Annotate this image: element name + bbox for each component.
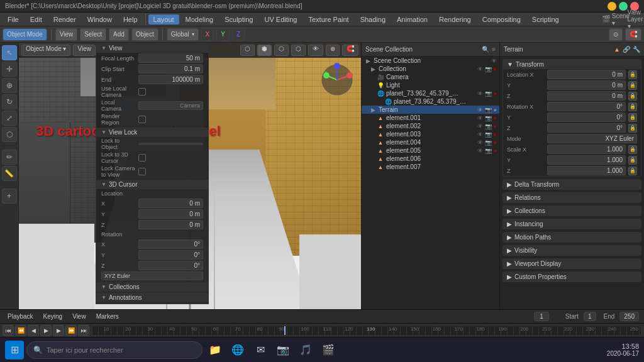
motion-paths-header[interactable]: ▶ Motion Paths (503, 233, 641, 242)
tl-next-keyframe[interactable]: ▶ (53, 325, 64, 336)
scene-select[interactable]: Scene ▾ (614, 13, 627, 26)
viewport-display-header[interactable]: ▶ Viewport Display (503, 259, 641, 268)
loc-y-value[interactable]: 0 m (547, 80, 626, 90)
view-lock-header[interactable]: View Lock (96, 128, 208, 137)
loc-x-lock[interactable]: 🔒 (628, 70, 637, 79)
eye-icon-2[interactable]: 👁 (477, 66, 483, 72)
camera-icon-p1[interactable]: 📷 (485, 90, 492, 97)
render-icon-p1[interactable]: ● (494, 90, 497, 97)
scale-z-lock[interactable]: 🔒 (628, 167, 637, 175)
menu-help[interactable]: Help (118, 14, 143, 25)
toolbar-view[interactable]: View (55, 28, 78, 41)
outliner-filter-icon[interactable]: ≡ (492, 46, 496, 53)
rot-x-value[interactable]: 0° (547, 102, 626, 111)
outliner-item-planet2[interactable]: 🌐 planet_73.962_45.379_2be082ea.osm (362, 97, 499, 106)
lock-cursor-checkbox[interactable] (138, 154, 146, 162)
tl-next-frame[interactable]: ⏩ (65, 325, 77, 336)
outliner-item-e003[interactable]: ▲ element.003 👁 📷 ● (362, 130, 499, 138)
transform-global[interactable]: Global ▾ (167, 28, 199, 41)
outliner-item-e001[interactable]: ▲ element.001 👁 📷 ● (362, 114, 499, 122)
outliner-item-e004[interactable]: ▲ element.004 👁 📷 ● (362, 138, 499, 146)
outliner-item-e002[interactable]: ▲ element.002 👁 📷 ● (362, 122, 499, 130)
proportional-editing[interactable]: ⊙ (609, 28, 623, 41)
tool-select[interactable]: ↖ (2, 45, 17, 60)
vp-gizmo[interactable]: ⊕ (326, 45, 340, 56)
vis-e1[interactable]: 👁 (477, 115, 483, 121)
taskbar-app-4[interactable]: 📷 (273, 340, 293, 360)
taskbar-app-6[interactable]: 🎬 (318, 340, 338, 360)
outliner-item-e006[interactable]: ▲ element.006 (362, 155, 499, 163)
props-icon-constraint[interactable]: 🔗 (623, 46, 630, 53)
vis-e2[interactable]: 👁 (477, 123, 483, 129)
scale-y-value[interactable]: 1.000 (547, 155, 626, 165)
scale-x-value[interactable]: 1.000 (547, 145, 626, 154)
rot-z-lock[interactable]: 🔒 (628, 124, 637, 133)
tab-texture-paint[interactable]: Texture Paint (303, 14, 353, 25)
cam-e5[interactable]: 📷 (485, 148, 492, 154)
tool-move[interactable]: ⊕ (2, 78, 17, 93)
annotations-header[interactable]: Annotations (96, 293, 208, 302)
maximize-button[interactable] (619, 2, 628, 11)
transform-x[interactable]: X (201, 28, 214, 41)
loc-y-lock[interactable]: 🔒 (628, 81, 637, 90)
props-icon-object[interactable]: ▲ (614, 46, 620, 53)
tab-shading[interactable]: Shading (355, 14, 391, 25)
camera-icon-terrain[interactable]: 📷 (485, 107, 492, 113)
delta-header[interactable]: ▶ Delta Transform (503, 180, 641, 189)
cursor-section-header[interactable]: 3D Cursor (96, 180, 208, 189)
transform-z[interactable]: Z (232, 28, 245, 41)
taskbar-app-2[interactable]: 🌐 (228, 340, 248, 360)
viewport-3d[interactable]: Object Mode ▾ View Select Add Object ⬡ ⬢… (19, 43, 361, 309)
vp-view[interactable]: View (73, 45, 96, 56)
tl-menu-playback[interactable]: Playback (5, 313, 36, 320)
vp-shading-solid[interactable]: ⬢ (257, 45, 272, 56)
outliner-item-terrain[interactable]: ▶ Terrain 👁 📷 ● (362, 106, 499, 114)
outliner-item-e007[interactable]: ▲ element.007 (362, 163, 499, 171)
ren-e4[interactable]: ● (494, 140, 497, 146)
tool-cursor[interactable]: ✛ (2, 62, 17, 77)
tool-annotate[interactable]: ✏ (2, 150, 17, 165)
ren-e1[interactable]: ● (494, 115, 497, 121)
tl-play[interactable]: ▶ (40, 325, 52, 336)
vis-e3[interactable]: 👁 (477, 131, 483, 138)
tab-modeling[interactable]: Modeling (180, 14, 219, 25)
tool-transform[interactable]: ⬡ (2, 127, 17, 142)
menu-render[interactable]: Render (48, 14, 81, 25)
taskbar-app-5[interactable]: 🎵 (296, 340, 316, 360)
start-button[interactable]: ⊞ (5, 341, 24, 359)
collections-header[interactable]: Collections (96, 282, 208, 292)
render-icon-2[interactable]: ● (494, 66, 497, 72)
vp-object-mode[interactable]: Object Mode ▾ (21, 45, 70, 56)
eye-icon[interactable]: 👁 (491, 58, 497, 64)
outliner-item-e005[interactable]: ▲ element.005 👁 📷 ● (362, 146, 499, 155)
ren-e2[interactable]: ● (494, 123, 497, 129)
rot-y-lock[interactable]: 🔒 (628, 113, 637, 122)
scale-z-value[interactable]: 1.000 (547, 166, 626, 175)
tab-compositing[interactable]: Compositing (477, 14, 526, 25)
tool-rotate[interactable]: ↻ (2, 94, 17, 109)
loc-x-value[interactable]: 0 m (547, 70, 626, 79)
outliner-item-light[interactable]: 💡 Light (362, 81, 499, 89)
scale-y-lock[interactable]: 🔒 (628, 156, 637, 165)
object-mode-select[interactable]: Object Mode (3, 28, 47, 41)
cam-e1[interactable]: 📷 (485, 115, 492, 121)
collections-prop-header[interactable]: ▶ Collections (503, 206, 641, 216)
rot-x-lock[interactable]: 🔒 (628, 102, 637, 111)
tab-uv-editing[interactable]: UV Editing (259, 14, 302, 25)
menu-edit[interactable]: Edit (25, 14, 47, 25)
outliner-item-collection[interactable]: ▶ Collection 👁 📷 ● (362, 65, 499, 73)
transform-header[interactable]: ▼ Transform (503, 60, 641, 69)
viewport-gizmo[interactable]: X Y Z (320, 63, 355, 97)
menu-window[interactable]: Window (82, 14, 117, 25)
instancing-header[interactable]: ▶ Instancing (503, 219, 641, 229)
scale-x-lock[interactable]: 🔒 (628, 145, 637, 154)
eye-icon-terrain[interactable]: 👁 (477, 107, 483, 113)
render-region-checkbox[interactable] (138, 116, 146, 123)
rot-z-value[interactable]: 0° (547, 123, 626, 133)
props-icon-modifier[interactable]: 🔧 (633, 46, 640, 53)
custom-props-header[interactable]: ▶ Custom Properties (503, 272, 641, 282)
taskbar-search[interactable]: 🔍 Taper ici pour rechercher (26, 341, 203, 359)
tab-scripting[interactable]: Scripting (527, 14, 564, 25)
visibility-header[interactable]: ▶ Visibility (503, 246, 641, 255)
eye-icon-p1[interactable]: 👁 (477, 90, 483, 97)
